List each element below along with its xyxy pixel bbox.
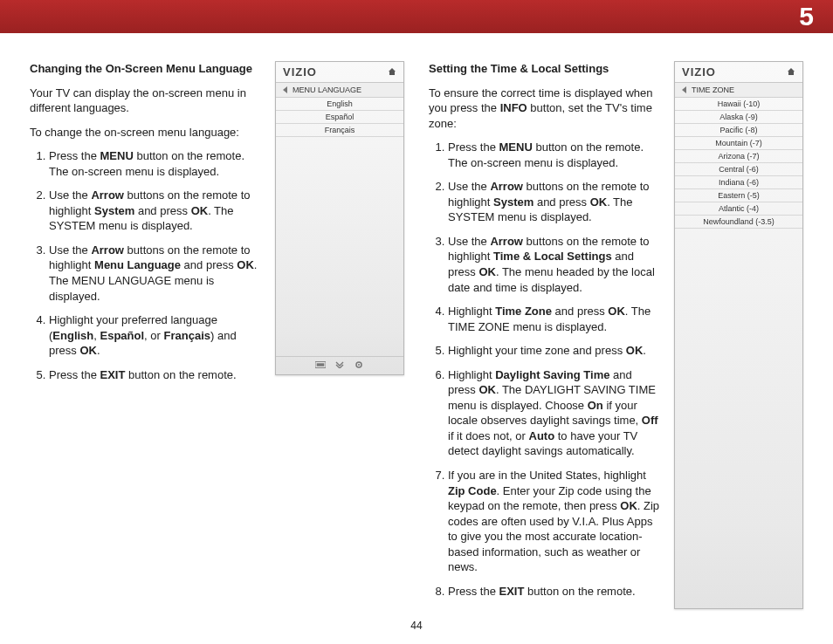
list-item: Use the Arrow buttons on the remote to h…: [448, 234, 662, 295]
menu-item: Central (-6): [675, 163, 802, 176]
left-column: Changing the On-Screen Menu Language You…: [30, 61, 404, 609]
menu-item: Arizona (-7): [675, 150, 802, 163]
gear-icon: [354, 360, 364, 369]
svg-point-3: [358, 364, 360, 366]
list-item: Highlight your preferred language (Engli…: [49, 312, 263, 359]
menu-items: Hawaii (-10) Alaska (-9) Pacific (-8) Mo…: [675, 98, 802, 229]
menu-subheader: TIME ZONE: [675, 83, 802, 98]
list-item: Use the Arrow buttons on the remote to h…: [49, 243, 263, 304]
menu-header: VIZIO: [276, 62, 403, 83]
menu-item: Mountain (-7): [675, 137, 802, 150]
page-number: 44: [0, 620, 833, 632]
menu-item: Hawaii (-10): [675, 98, 802, 111]
list-item: Press the MENU button on the remote. The…: [448, 140, 662, 170]
chapter-number: 5: [799, 2, 814, 31]
right-intro: To ensure the correct time is displayed …: [429, 86, 662, 132]
list-item: Highlight Daylight Saving Time and press…: [448, 367, 662, 459]
vizio-logo: VIZIO: [682, 65, 716, 79]
list-item: Highlight Time Zone and press OK. The TI…: [448, 304, 662, 334]
left-section-title: Changing the On-Screen Menu Language: [30, 61, 263, 77]
list-item: Use the Arrow buttons on the remote to h…: [448, 179, 662, 225]
chevron-down-icon: [334, 360, 345, 369]
vizio-logo: VIZIO: [283, 65, 317, 79]
left-steps: Press the MENU button on the remote. The…: [30, 148, 263, 382]
menu-item: Atlantic (-4): [675, 202, 802, 216]
menu-item: English: [276, 98, 403, 111]
menu-footer: [276, 356, 403, 374]
home-icon: [787, 65, 795, 79]
right-text: Setting the Time & Local Settings To ens…: [429, 61, 662, 609]
list-item: If you are in the United States, highlig…: [448, 468, 662, 575]
menu-sub-label: MENU LANGUAGE: [293, 86, 361, 94]
left-text: Changing the On-Screen Menu Language You…: [30, 61, 263, 609]
back-icon: [682, 86, 686, 93]
time-zone-panel: VIZIO TIME ZONE Hawaii (-10) Alaska (-9)…: [674, 61, 803, 609]
menu-item: Indiana (-6): [675, 176, 802, 189]
list-item: Press the EXIT button on the remote.: [49, 367, 263, 383]
list-item: Use the Arrow buttons on the remote to h…: [49, 188, 263, 234]
menu-item: Pacific (-8): [675, 124, 802, 137]
menu-items: English Español Français: [276, 98, 403, 137]
left-intro: Your TV can display the on-screen menu i…: [30, 86, 263, 116]
list-item: Press the EXIT button on the remote.: [448, 584, 662, 599]
list-item: Highlight your time zone and press OK.: [448, 343, 662, 359]
svg-rect-1: [317, 363, 325, 366]
chapter-band: 5: [0, 0, 833, 33]
home-icon: [388, 65, 396, 79]
back-icon: [283, 86, 287, 93]
menu-item: Eastern (-5): [675, 189, 802, 202]
menu-item: Français: [276, 124, 403, 137]
menu-item: Newfoundland (-3.5): [675, 216, 802, 229]
right-steps: Press the MENU button on the remote. The…: [429, 140, 662, 599]
menu-sub-label: TIME ZONE: [692, 86, 734, 94]
page-content: Changing the On-Screen Menu Language You…: [30, 61, 803, 609]
left-intro2: To change the on-screen menu language:: [30, 125, 263, 140]
menu-spacer: [276, 137, 403, 356]
menu-item: Alaska (-9): [675, 111, 802, 124]
wide-icon: [315, 360, 326, 369]
menu-item: Español: [276, 111, 403, 124]
right-section-title: Setting the Time & Local Settings: [429, 61, 662, 77]
menu-language-panel: VIZIO MENU LANGUAGE English Español Fran…: [275, 61, 404, 375]
menu-subheader: MENU LANGUAGE: [276, 83, 403, 98]
menu-header: VIZIO: [675, 62, 802, 83]
right-column: Setting the Time & Local Settings To ens…: [429, 61, 803, 609]
list-item: Press the MENU button on the remote. The…: [49, 148, 263, 179]
